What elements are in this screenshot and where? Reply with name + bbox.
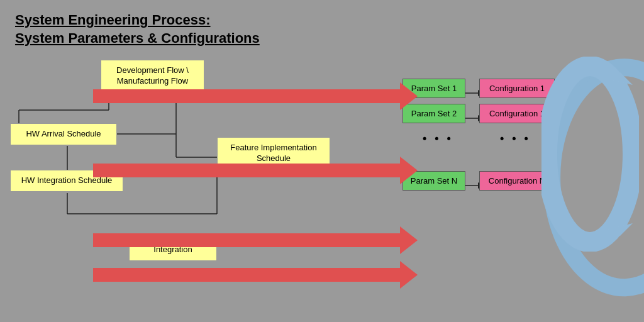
- fat-arrow-1: [93, 82, 418, 110]
- slide-title: System Engineering Process: System Param…: [15, 11, 629, 47]
- title-line1: System Engineering Process:: [15, 12, 211, 28]
- title-line2: System Parameters & Configurations: [15, 30, 260, 46]
- fat-arrow-3: [93, 226, 418, 254]
- cycle-arrows-svg: [541, 57, 639, 252]
- dots-configs: • • •: [500, 132, 531, 145]
- fat-arrow-4: [93, 261, 418, 289]
- fat-arrow-2: [93, 157, 418, 184]
- hw-arrival-box: HW Arrival Schedule: [10, 123, 117, 145]
- slide: System Engineering Process: System Param…: [0, 0, 644, 322]
- dots-params: • • •: [423, 132, 453, 145]
- svg-point-22: [547, 66, 633, 242]
